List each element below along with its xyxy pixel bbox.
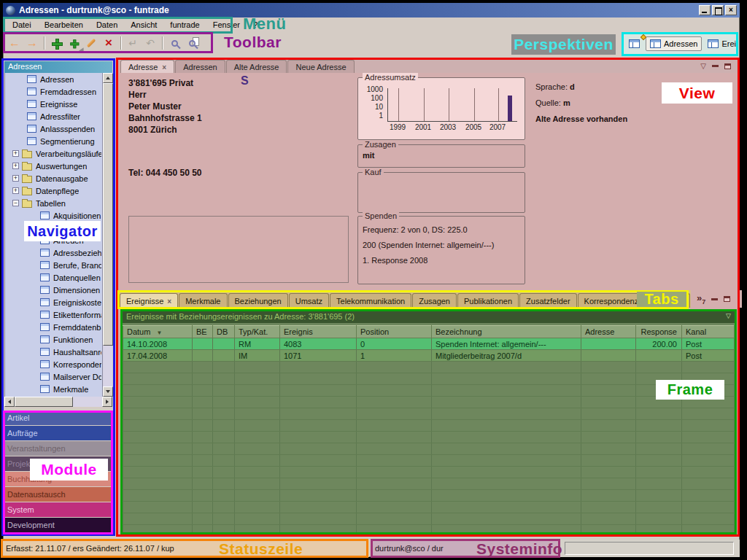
collapse-icon[interactable]: − <box>12 200 19 206</box>
menu-item-fenster[interactable]: Fenster <box>206 19 247 31</box>
undo-icon[interactable]: ↶ <box>142 34 159 52</box>
tree-item-haushaltsanreden[interactable]: Haushaltsanre <box>5 346 101 358</box>
menu-item-help[interactable]: ? <box>247 19 264 31</box>
tab-aktionen[interactable]: Aktionen <box>646 293 690 308</box>
close-tab-icon[interactable]: × <box>162 63 166 71</box>
back-icon[interactable]: ← <box>6 34 23 52</box>
column-kanal[interactable]: Kanal <box>682 326 735 338</box>
tree-item-segmentierung[interactable]: Segmentierung <box>5 135 101 147</box>
tree-item-berufe-branchen[interactable]: Berufe, Branch <box>5 259 101 271</box>
module-development[interactable]: Development <box>4 518 112 532</box>
close-tab-icon[interactable]: × <box>167 298 171 306</box>
add-icon[interactable] <box>47 34 65 52</box>
tree-item-fremddatenbanken[interactable]: Fremddatenba <box>5 321 101 333</box>
tree-item-verarbeitungslaeufe[interactable]: +Verarbeitungsläufe <box>5 147 101 160</box>
tab-umsatz[interactable]: Umsatz <box>289 293 329 308</box>
tree-item-adressen[interactable]: Adressen <box>5 73 101 85</box>
tree-item-akquisitionen[interactable]: Akquisitionen <box>5 209 101 222</box>
minimize-view-icon[interactable] <box>711 298 718 300</box>
tab-overflow-chevron[interactable]: »7 <box>697 292 705 306</box>
event-row-selected[interactable]: 14.10.2008 RM 40830 Spenden Internet: al… <box>123 338 735 350</box>
tree-item-anlaesse[interactable]: Anlässe <box>5 222 101 234</box>
maximize-view-icon[interactable] <box>724 63 731 69</box>
expand-icon[interactable]: + <box>12 187 19 194</box>
module-veranstaltungen[interactable]: Veranstaltungen <box>4 441 112 456</box>
tab-neue-adresse[interactable]: Neue Adresse <box>287 60 354 73</box>
tree-item-tabellen[interactable]: −Tabellen <box>5 197 101 209</box>
expand-icon[interactable]: + <box>12 175 19 182</box>
delete-icon[interactable]: × <box>100 34 117 52</box>
navigator-vertical-scrollbar[interactable] <box>102 73 112 397</box>
expand-icon[interactable]: + <box>12 163 19 169</box>
minimize-view-icon[interactable] <box>712 65 719 67</box>
menu-item-ansicht[interactable]: Ansicht <box>124 19 163 31</box>
perspective-ereignisse-button[interactable]: Erei <box>704 37 736 50</box>
tab-telekommunikation[interactable]: Telekommunikation <box>330 293 411 308</box>
menu-item-funtrade[interactable]: funtrade <box>163 19 206 31</box>
tree-item-ereigniskosten[interactable]: Ereigniskosten <box>5 296 101 308</box>
minimize-window-icon[interactable] <box>699 5 711 15</box>
maximize-window-icon[interactable] <box>712 5 724 15</box>
tab-publikationen[interactable]: Publikationen <box>457 293 519 308</box>
menu-item-daten[interactable]: Daten <box>90 19 124 31</box>
add-linked-icon[interactable] <box>65 34 82 52</box>
tab-adressen[interactable]: Adressen <box>175 60 225 73</box>
column-response[interactable]: Response <box>636 326 682 338</box>
tree-item-adressbeziehungen[interactable]: Adressbeziehu <box>5 246 101 259</box>
column-bezeichnung[interactable]: Bezeichnung <box>432 326 581 338</box>
scrollbar-thumb[interactable] <box>15 397 73 407</box>
view-menu-icon[interactable]: ▽ <box>700 62 706 70</box>
tree-item-datenquellen[interactable]: Datenquellen <box>5 271 101 284</box>
expand-icon[interactable]: + <box>12 150 19 157</box>
tab-ereignisse[interactable]: Ereignisse× <box>120 293 178 308</box>
tree-item-merkmale[interactable]: Merkmale <box>5 383 101 395</box>
navigator-horizontal-scrollbar[interactable] <box>4 397 112 407</box>
column-position[interactable]: Position <box>357 326 432 338</box>
tree-item-funktionen[interactable]: Funktionen <box>5 333 101 346</box>
tab-merkmale[interactable]: Merkmale <box>179 293 227 308</box>
tab-zusatzfelder[interactable]: Zusatzfelder <box>519 293 577 308</box>
tree-item-anlassspenden[interactable]: Anlassspenden <box>5 122 101 135</box>
maximize-view-icon[interactable] <box>724 296 730 302</box>
tree-item-anreden[interactable]: Anreden <box>5 234 101 246</box>
scroll-right-icon[interactable] <box>102 397 112 407</box>
menu-item-datei[interactable]: Datei <box>6 19 38 31</box>
column-adresse[interactable]: Adresse <box>581 326 636 338</box>
tree-item-fremdadressen[interactable]: Fremdadressen <box>5 85 101 98</box>
module-auftraege[interactable]: Aufträge <box>4 426 112 440</box>
tab-zusagen[interactable]: Zusagen <box>412 293 457 308</box>
column-be[interactable]: BE <box>193 326 213 338</box>
scroll-up-icon[interactable] <box>103 73 113 83</box>
column-datum[interactable]: Datum▼ <box>123 326 193 338</box>
forward-icon[interactable]: → <box>23 34 41 52</box>
scroll-down-icon[interactable] <box>103 386 113 397</box>
tab-beziehungen[interactable]: Beziehungen <box>228 293 288 308</box>
tree-item-etikettenformate[interactable]: Etikettenforma <box>5 308 101 321</box>
column-typ-kat[interactable]: Typ/Kat. <box>235 326 280 338</box>
module-projekte[interactable]: Projekte <box>4 456 112 471</box>
revert-icon[interactable]: ↵ <box>124 34 142 52</box>
event-row[interactable]: 17.04.2008 IM 10711 Mitgliederbeitrag 20… <box>123 350 735 362</box>
tab-adresse[interactable]: Adresse× <box>120 60 174 73</box>
module-datenaustausch[interactable]: Datenaustausch <box>4 487 112 502</box>
close-window-icon[interactable]: × <box>725 5 737 15</box>
open-perspective-icon[interactable] <box>625 37 643 50</box>
tree-item-ereignisse[interactable]: Ereignisse <box>5 98 101 110</box>
module-buchhaltung[interactable]: Buchhaltung <box>4 472 112 486</box>
tree-item-dimensionen[interactable]: Dimensionen <box>5 284 101 296</box>
tab-korrespondenz[interactable]: Korrespondenz <box>578 293 646 308</box>
search-results-icon[interactable] <box>183 34 201 52</box>
module-system[interactable]: System <box>4 502 112 517</box>
tree-item-datenpflege[interactable]: +Datenpflege <box>5 184 101 197</box>
tab-alte-adresse[interactable]: Alte Adresse <box>226 60 287 73</box>
scroll-left-icon[interactable] <box>4 397 15 407</box>
tree-item-mailserver[interactable]: Mailserver Dom <box>5 370 101 383</box>
column-db[interactable]: DB <box>213 326 235 338</box>
scrollbar-thumb[interactable] <box>103 83 113 346</box>
tree-item-datenausgabe[interactable]: +Datenausgabe <box>5 172 101 184</box>
perspective-adressen-button[interactable]: Adressen <box>646 36 702 51</box>
column-ereignis[interactable]: Ereignis <box>280 326 357 338</box>
frame-menu-icon[interactable]: ▽ <box>726 312 731 319</box>
menu-item-bearbeiten[interactable]: Bearbeiten <box>38 19 90 31</box>
search-icon[interactable] <box>166 34 183 52</box>
